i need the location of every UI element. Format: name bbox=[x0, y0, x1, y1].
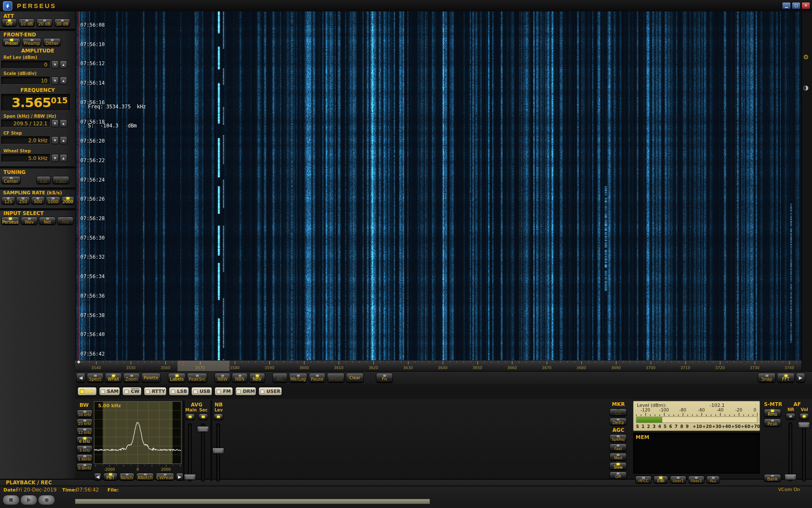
cf-step-field[interactable]: 2.0 kHz bbox=[1, 136, 50, 144]
user1-button[interactable]: User1 bbox=[670, 476, 686, 483]
pause-button[interactable]: Pause bbox=[309, 373, 326, 383]
slider-handle[interactable] bbox=[184, 474, 196, 480]
avg-main-slider[interactable] bbox=[185, 423, 195, 482]
playback-progress-bar[interactable] bbox=[75, 499, 430, 504]
fn-button[interactable]: Fn bbox=[376, 373, 393, 383]
contrast-icon[interactable]: ◑ bbox=[803, 84, 809, 91]
spin-down-icon[interactable]: ▼ bbox=[51, 61, 59, 69]
nbv-button[interactable]: NBV bbox=[249, 373, 265, 383]
spin-up-icon[interactable]: ▲ bbox=[60, 77, 67, 85]
avg-sec-slider[interactable] bbox=[198, 423, 208, 482]
spin-up-icon[interactable]: ▲ bbox=[60, 154, 67, 162]
net-button[interactable]: Net bbox=[39, 217, 56, 225]
6-khz-button[interactable]: 6 kHz bbox=[77, 436, 93, 444]
250-button[interactable]: 250 bbox=[16, 196, 30, 204]
palette-button[interactable]: Palette bbox=[141, 373, 161, 383]
spin-down-icon[interactable]: ▼ bbox=[51, 136, 59, 144]
off-button[interactable]: Off bbox=[609, 472, 627, 479]
filter-scroll-right-icon[interactable]: ▶ bbox=[176, 473, 184, 480]
1000-button[interactable]: 1000 bbox=[46, 196, 60, 204]
mode-fm-button[interactable]: FM bbox=[214, 387, 233, 396]
file-button[interactable]: File bbox=[57, 217, 74, 225]
dither-button[interactable]: Dither bbox=[43, 38, 61, 46]
hfcc-button[interactable]: HFCC bbox=[635, 476, 652, 483]
af-vol-enable-button[interactable] bbox=[799, 413, 809, 420]
frequency-display[interactable]: 3.565015 bbox=[1, 94, 70, 111]
avg-main-enable-button[interactable] bbox=[185, 414, 195, 420]
maximize-button[interactable]: ▢ bbox=[792, 2, 801, 9]
slider-handle[interactable] bbox=[785, 474, 796, 480]
cald-button[interactable]: CalD bbox=[52, 176, 69, 184]
fast-button[interactable]: Fast bbox=[609, 444, 627, 451]
mode-user-button[interactable]: USER bbox=[258, 387, 282, 396]
clr-button[interactable]: Clr bbox=[609, 409, 627, 416]
mode-rtty-button[interactable]: RTTY bbox=[144, 387, 167, 396]
zoom-button[interactable]: Zoom bbox=[123, 373, 140, 383]
spkrej-button[interactable]: SpkRej bbox=[609, 434, 627, 442]
mhold-button[interactable]: MHold bbox=[327, 373, 345, 383]
med-button[interactable]: Med bbox=[609, 453, 627, 461]
ref-lev-field[interactable]: 0 bbox=[1, 61, 50, 69]
settings-gear-icon[interactable]: ⚙ bbox=[803, 53, 809, 61]
500-button[interactable]: 500 bbox=[31, 196, 45, 204]
125-button[interactable]: 125 bbox=[1, 196, 15, 204]
anotch-button[interactable]: ANotch bbox=[136, 473, 154, 480]
12-khz-button[interactable]: 12 kHz bbox=[77, 428, 93, 435]
spect-button[interactable]: Spect bbox=[87, 373, 104, 383]
30-db-button[interactable]: 30 dB bbox=[54, 19, 70, 27]
wav-button[interactable]: Wav bbox=[21, 217, 38, 225]
mode-usb-button[interactable]: USB bbox=[191, 387, 212, 396]
10-db-button[interactable]: 10 dB bbox=[19, 19, 35, 27]
50-khz-button[interactable]: 50 kHz bbox=[77, 410, 93, 417]
mode-cw-button[interactable]: CW bbox=[122, 387, 142, 396]
delta-button[interactable]: Delta bbox=[609, 418, 627, 425]
1-6khz-button[interactable]: 1.6kHz bbox=[77, 454, 93, 462]
peak-button[interactable]: Peak bbox=[764, 419, 781, 427]
preamp-button[interactable]: Preamp bbox=[22, 38, 41, 46]
labels-button[interactable]: Labels bbox=[168, 373, 186, 383]
toolbar-scroll-left-icon[interactable]: ◀ bbox=[76, 373, 85, 383]
20-db-button[interactable]: 20 dB bbox=[36, 19, 52, 27]
wfall-button[interactable]: WFall bbox=[105, 373, 122, 383]
cwpeak-button[interactable]: CWPeak bbox=[156, 473, 174, 480]
center-button[interactable]: Center bbox=[1, 176, 21, 184]
slider-handle[interactable] bbox=[798, 422, 810, 428]
close-button[interactable]: ✕ bbox=[801, 2, 810, 9]
mode-lsb-button[interactable]: LSB bbox=[169, 387, 189, 396]
minimize-button[interactable]: ▁ bbox=[782, 2, 791, 9]
mode-am-button[interactable]: AM bbox=[77, 387, 97, 396]
fft-button[interactable]: FFT bbox=[777, 373, 795, 383]
spin-up-icon[interactable]: ▲ bbox=[60, 136, 67, 144]
af-nr-enable-button[interactable] bbox=[786, 413, 796, 420]
eibi-button[interactable]: EiBi bbox=[653, 476, 668, 483]
peaksrc-button[interactable]: PeakSrc bbox=[187, 373, 207, 383]
spin-down-icon[interactable]: ▼ bbox=[51, 119, 59, 127]
afc-button[interactable]: Afc bbox=[272, 373, 288, 383]
snap-button[interactable]: Snap bbox=[758, 373, 776, 383]
slider-handle[interactable] bbox=[197, 426, 209, 432]
rms-button[interactable]: Rms bbox=[764, 409, 781, 417]
nb-lev-slider[interactable] bbox=[214, 423, 223, 482]
2000-button[interactable]: 2000 bbox=[61, 196, 74, 204]
0-8khz-button[interactable]: 0.8kHz bbox=[77, 463, 93, 471]
af-nr-slider[interactable] bbox=[786, 422, 795, 482]
25-khz-button[interactable]: 25 kHz bbox=[77, 419, 93, 426]
nbn-button[interactable]: NBN bbox=[232, 373, 248, 383]
spin-up-icon[interactable]: ▲ bbox=[60, 119, 67, 127]
avg-sec-enable-button[interactable] bbox=[198, 414, 208, 420]
clear-button[interactable]: Clear bbox=[346, 373, 364, 383]
nbw-button[interactable]: NBW bbox=[214, 373, 230, 383]
filter-scroll-left-icon[interactable]: ◀ bbox=[94, 473, 102, 480]
user2-button[interactable]: User2 bbox=[688, 476, 705, 483]
perseus-button[interactable]: Perseus bbox=[1, 217, 19, 225]
nb-lev-enable-button[interactable] bbox=[214, 414, 223, 420]
toolbar-scroll-right-icon[interactable]: ▶ bbox=[796, 373, 805, 383]
stop-button[interactable] bbox=[3, 495, 19, 505]
mode-sam-button[interactable]: SAM bbox=[99, 387, 120, 396]
slider-handle[interactable] bbox=[212, 447, 224, 454]
mkrlog-button[interactable]: MkrLog bbox=[289, 373, 307, 383]
waterfall-display[interactable] bbox=[75, 11, 801, 360]
span-rbw-field[interactable]: 209.5 / 122.1 bbox=[1, 119, 50, 127]
spin-up-icon[interactable]: ▲ bbox=[60, 61, 67, 69]
3-khz-button[interactable]: 3 kHz bbox=[77, 445, 93, 453]
